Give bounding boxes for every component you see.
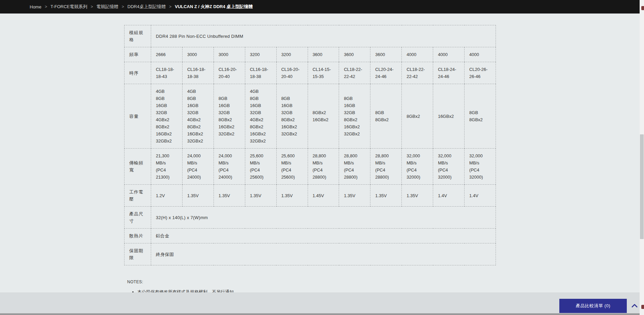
- spec-cell: 4GB8GB16GB32GB4GBx28GBx216GBx232GBx2: [245, 84, 276, 149]
- breadcrumb: Home>T-FORCE電競系列>電競記憶體>DDR4桌上型記憶體>VULCAN…: [30, 4, 253, 10]
- spec-cell: 3200: [245, 47, 276, 62]
- spec-cell: 8GB8GBx2: [370, 84, 402, 149]
- spec-row-label: 模組規格: [124, 25, 151, 47]
- breadcrumb-item[interactable]: T-FORCE電競系列: [51, 4, 87, 10]
- chevron-up-icon: [632, 304, 638, 308]
- spec-cell: 1.45V: [308, 185, 339, 207]
- scrollbar-thumb[interactable]: [640, 134, 644, 239]
- breadcrumb-separator-icon: >: [91, 4, 93, 9]
- spec-cell: CL18-24-24-46: [433, 62, 465, 84]
- spec-cell: 16GBx2: [433, 84, 465, 149]
- spec-cell: 25,600MB/s(PC425600): [245, 149, 276, 185]
- spec-cell: CL18-22-22-42: [402, 62, 433, 84]
- scrollbar-marker: [641, 305, 644, 309]
- spec-cell: 4GB8GB16GB32GB4GBx28GBx216GBx232GBx2: [182, 84, 214, 149]
- breadcrumb-separator-icon: >: [122, 4, 124, 9]
- breadcrumb-item[interactable]: Home: [30, 4, 41, 9]
- spec-cell: CL18-22-22-42: [339, 62, 370, 84]
- breadcrumb-item[interactable]: 電競記憶體: [96, 4, 118, 10]
- spec-cell: 3600: [339, 47, 370, 62]
- spec-cell: 1.35V: [402, 185, 433, 207]
- spec-row: 時序CL18-18-18-43CL16-18-18-38CL16-20-20-4…: [124, 62, 496, 84]
- spec-cell: 1.4V: [433, 185, 465, 207]
- spec-cell: 1.4V: [465, 185, 496, 207]
- spec-cell: 8GB16GB32GB8GBx216GBx232GBx2: [214, 84, 245, 149]
- spec-row-label: 散熱片: [124, 229, 151, 243]
- spec-cell: 24,000MB/s(PC424000): [182, 149, 214, 185]
- spec-cell: 32,000MB/s(PC432000): [402, 149, 433, 185]
- spec-row-label: 產品尺寸: [124, 207, 151, 229]
- breadcrumb-item[interactable]: DDR4桌上型記憶體: [128, 4, 166, 10]
- spec-cell: 3000: [214, 47, 245, 62]
- spec-cell: 28,800MB/s(PC428800): [370, 149, 402, 185]
- spec-row-value: 終身保固: [151, 243, 496, 265]
- spec-cell: 28,800MB/s(PC428800): [308, 149, 339, 185]
- scrollbar[interactable]: [640, 0, 644, 315]
- spec-cell: 2666: [151, 47, 183, 62]
- spec-row-label: 頻率: [124, 47, 151, 62]
- spec-table-body: 模組規格DDR4 288 Pin Non-ECC Unbuffered DIMM…: [124, 25, 496, 265]
- spec-row: 工作電壓1.2V1.35V1.35V1.35V1.35V1.45V1.35V1.…: [124, 185, 496, 207]
- spec-cell: CL16-20-20-40: [276, 62, 308, 84]
- spec-cell: 8GB16GB32GB8GBx216GBx232GBx2: [276, 84, 308, 149]
- spec-row: 散熱片鋁合金: [124, 229, 496, 243]
- spec-cell: CL20-26-26-46: [465, 62, 496, 84]
- spec-row-value: 鋁合金: [151, 229, 496, 243]
- spec-cell: CL18-18-18-43: [151, 62, 183, 84]
- spec-row-label: 工作電壓: [124, 185, 151, 207]
- spec-cell: 1.35V: [245, 185, 276, 207]
- spec-row-label: 容量: [124, 84, 151, 149]
- spec-row-label: 時序: [124, 62, 151, 84]
- breadcrumb-separator-icon: >: [169, 4, 171, 9]
- spec-row-label: 傳輸頻寬: [124, 149, 151, 185]
- spec-row-label: 保固期限: [124, 243, 151, 265]
- spec-cell: CL16-18-18-38: [245, 62, 276, 84]
- spec-cell: 4000: [433, 47, 465, 62]
- spec-row: 保固期限終身保固: [124, 243, 496, 265]
- spec-cell: 24,000MB/s(PC424000): [214, 149, 245, 185]
- breadcrumb-separator-icon: >: [45, 4, 47, 9]
- spec-cell: CL14-15-15-35: [308, 62, 339, 84]
- spec-cell: 1.35V: [182, 185, 214, 207]
- top-bar: Home>T-FORCE電競系列>電競記憶體>DDR4桌上型記憶體>VULCAN…: [0, 0, 640, 14]
- spec-cell: 32,000MB/s(PC432000): [433, 149, 465, 185]
- notes-title: NOTES:: [127, 280, 640, 284]
- spec-table: 模組規格DDR4 288 Pin Non-ECC Unbuffered DIMM…: [124, 25, 496, 265]
- spec-cell: 3600: [308, 47, 339, 62]
- spec-cell: 8GB16GB32GB8GBx216GBx232GBx2: [339, 84, 370, 149]
- breadcrumb-item[interactable]: VULCAN Z / 火神Z DDR4 桌上型記憶體: [175, 4, 253, 10]
- spec-row: 傳輸頻寬21,300MB/s(PC421300)24,000MB/s(PC424…: [124, 149, 496, 185]
- spec-cell: 4000: [465, 47, 496, 62]
- spec-row: 產品尺寸32(H) x 140(L) x 7(W)mm: [124, 207, 496, 229]
- spec-cell: CL16-18-18-38: [182, 62, 214, 84]
- spec-cell: 4000: [402, 47, 433, 62]
- spec-cell: 3600: [370, 47, 402, 62]
- spec-row-value: DDR4 288 Pin Non-ECC Unbuffered DIMM: [151, 25, 496, 47]
- spec-cell: 1.35V: [276, 185, 308, 207]
- spec-cell: CL20-24-24-46: [370, 62, 402, 84]
- spec-cell: CL16-20-20-40: [214, 62, 245, 84]
- spec-row-value: 32(H) x 140(L) x 7(W)mm: [151, 207, 496, 229]
- spec-row: 模組規格DDR4 288 Pin Non-ECC Unbuffered DIMM: [124, 25, 496, 47]
- spec-cell: 1.2V: [151, 185, 183, 207]
- spec-cell: 1.35V: [339, 185, 370, 207]
- spec-cell: 8GB8GBx2: [465, 84, 496, 149]
- spec-cell: 32,000MB/s(PC432000): [465, 149, 496, 185]
- spec-row: 頻率26663000300032003200360036003600400040…: [124, 47, 496, 62]
- spec-cell: 8GBx216GBx2: [308, 84, 339, 149]
- footer-divider: [0, 313, 644, 315]
- spec-cell: 8GBx2: [402, 84, 433, 149]
- spec-cell: 1.35V: [214, 185, 245, 207]
- compare-strip: 產品比較清單 (0): [0, 292, 644, 313]
- spec-row: 容量4GB8GB16GB32GB4GBx28GBx216GBx232GBx24G…: [124, 84, 496, 149]
- scrollbar-marker: [641, 6, 644, 10]
- spec-cell: 3000: [182, 47, 214, 62]
- spec-cell: 28,800MB/s(PC428800): [339, 149, 370, 185]
- compare-list-button[interactable]: 產品比較清單 (0): [559, 299, 627, 313]
- spec-cell: 25,600MB/s(PC425600): [276, 149, 308, 185]
- spec-cell: 1.35V: [370, 185, 402, 207]
- spec-cell: 4GB8GB16GB32GB4GBx28GBx216GBx232GBx2: [151, 84, 183, 149]
- spec-cell: 21,300MB/s(PC421300): [151, 149, 183, 185]
- spec-cell: 3200: [276, 47, 308, 62]
- compare-collapse-button[interactable]: [630, 301, 639, 310]
